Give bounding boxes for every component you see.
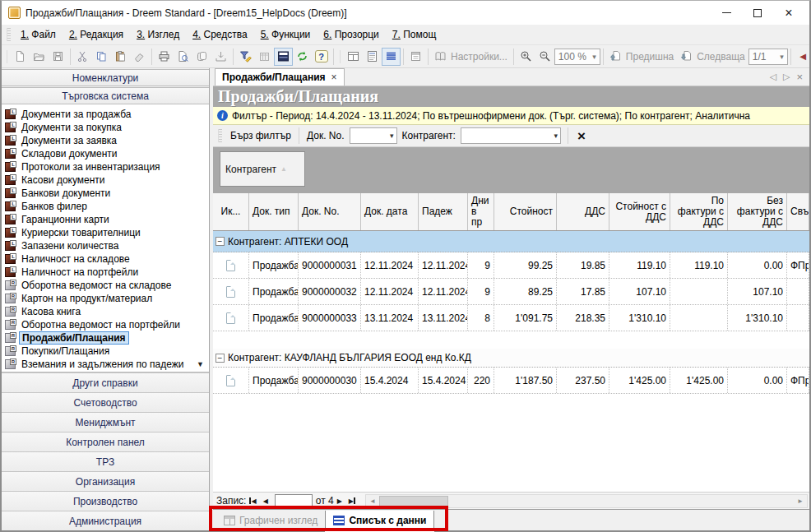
doc-no-combo[interactable]: ▾ <box>350 127 397 144</box>
help-button[interactable]: ? <box>312 48 331 66</box>
print-button[interactable] <box>155 48 174 66</box>
column-header-amount-vat[interactable]: Стойност с ДДС <box>609 193 670 230</box>
clear-filter-button[interactable]: × <box>577 129 586 143</box>
sidebar-section-payroll[interactable]: ТРЗ <box>2 451 209 471</box>
table-row[interactable]: Продажба 9000000031 12.11.2024 12.11.202… <box>213 252 809 279</box>
table-view-button[interactable] <box>382 48 401 66</box>
prev-page-button[interactable] <box>606 48 625 66</box>
eraser-button[interactable] <box>130 48 149 66</box>
tab-graphic-view[interactable]: Графичен изглед <box>216 511 325 530</box>
scrollbar-thumb[interactable] <box>379 496 448 507</box>
grid-view-button[interactable] <box>344 48 363 66</box>
prev-record-button[interactable]: ◀ <box>260 495 271 507</box>
print-preview-button[interactable] <box>174 48 192 66</box>
next-record-button[interactable]: ▶ <box>334 495 345 507</box>
contractor-combo[interactable]: ▾ <box>461 127 561 144</box>
open-button[interactable] <box>30 48 49 66</box>
tab-sales-payments[interactable]: Продажби/Плащания × <box>215 68 345 86</box>
toolbar-grip[interactable] <box>7 50 7 63</box>
sidebar-item-cash-documents[interactable]: Касови документи <box>3 173 209 187</box>
sidebar-item-receivables-payables[interactable]: Вземания и задължения по падежи <box>3 358 209 371</box>
tab-close-icon[interactable]: × <box>331 72 337 83</box>
sidebar-item-warehouse-documents[interactable]: Складови документи <box>3 147 209 160</box>
sidebar-section-production[interactable]: Производство <box>2 491 209 511</box>
filter-button[interactable] <box>236 48 255 66</box>
next-page-button[interactable] <box>677 48 696 66</box>
next-page-label[interactable]: Следваща <box>697 51 745 62</box>
prev-page-label[interactable]: Предишна <box>626 51 674 62</box>
menu-windows[interactable]: 6. Прозорци <box>317 26 386 43</box>
sidebar-item-sales-payments[interactable]: Продажби/Плащания <box>3 331 209 345</box>
back-button[interactable]: ◄ <box>794 48 809 66</box>
sidebar-item-purchase-documents[interactable]: Документи за покупка <box>3 121 209 134</box>
record-number-input[interactable] <box>275 494 313 507</box>
export-button[interactable] <box>211 48 230 66</box>
collapse-icon[interactable]: − <box>215 237 225 246</box>
group-row-kaufland[interactable]: − Контрагент: КАУФЛАНД БЪЛГАРИЯ ЕООД енд… <box>213 349 809 368</box>
collapse-icon[interactable]: − <box>215 354 225 363</box>
sidebar-item-warehouse-availability[interactable]: Наличност на складове <box>3 252 209 266</box>
group-row-apteki[interactable]: − Контрагент: АПТЕКИ ООД <box>213 231 809 252</box>
column-header-by-invoices[interactable]: По фактури с ДДС <box>670 193 728 230</box>
settings-button[interactable] <box>431 48 450 66</box>
tab-close-all-icon[interactable]: × <box>796 71 803 83</box>
batch-button[interactable] <box>255 48 274 66</box>
scroll-down-icon[interactable]: ▼ <box>197 360 204 368</box>
column-header-without-invoices[interactable]: Без фактури с ДДС <box>728 193 787 230</box>
sidebar-section-nomenclatures[interactable]: Номенклатури <box>2 69 209 86</box>
sidebar-item-purchases-payments[interactable]: Покупки/Плащания <box>3 345 209 358</box>
sidebar-section-organization[interactable]: Организация <box>2 471 209 491</box>
sidebar-section-administration[interactable]: Администрация <box>2 511 209 530</box>
menu-file[interactable]: 1. Файл <box>14 26 63 43</box>
column-header-icon[interactable]: Ик... <box>213 193 249 230</box>
menu-functions[interactable]: 5. Функции <box>254 26 317 43</box>
zoom-out-button[interactable] <box>535 48 554 66</box>
menu-tools[interactable]: 4. Средства <box>186 26 254 43</box>
close-button[interactable]: × <box>773 2 804 23</box>
column-header-doc-date[interactable]: Док. дата <box>361 193 419 230</box>
sidebar-section-trade-system[interactable]: Търговска система <box>2 87 209 104</box>
sidebar-item-sales-documents[interactable]: Документи за продажба <box>3 108 209 121</box>
sidebar-item-product-card[interactable]: Картон на продукт/материал <box>3 292 209 305</box>
toolbar-grip[interactable] <box>340 50 341 63</box>
sidebar-item-bank-filer[interactable]: Банков филер <box>3 200 209 213</box>
column-header-linked[interactable]: Свърз <box>787 193 809 230</box>
new-document-button[interactable] <box>11 48 30 66</box>
minimize-button[interactable] <box>711 2 742 23</box>
copy-button[interactable] <box>92 48 111 66</box>
sidebar-item-bank-documents[interactable]: Банкови документи <box>3 187 209 200</box>
column-header-doc-type[interactable]: Док. тип <box>249 193 299 230</box>
page-select[interactable]: 1/1▾ <box>748 49 788 65</box>
table-row[interactable]: Продажба 9000000030 15.4.2024 15.4.2024 … <box>213 368 809 394</box>
toolbar-grip[interactable] <box>7 28 11 41</box>
group-by-contractor[interactable]: Контрагент ▲ <box>220 151 305 187</box>
sidebar-item-warehouse-turnover[interactable]: Оборотна ведомост на складове <box>3 279 209 292</box>
maximize-button[interactable] <box>742 2 773 23</box>
horizontal-scrollbar[interactable]: ◄ ► <box>365 494 808 508</box>
paste-button[interactable] <box>111 48 130 66</box>
cut-button[interactable] <box>73 48 92 66</box>
table-row[interactable]: Продажба 9000000032 12.11.2024 12.11.202… <box>213 279 809 305</box>
sidebar-section-other-reports[interactable]: Други справки <box>2 372 209 392</box>
copy-pages-button[interactable] <box>192 48 211 66</box>
zoom-level-select[interactable]: 100 %▾ <box>554 49 600 65</box>
settings-label[interactable]: Настройки... <box>451 51 507 62</box>
save-button[interactable] <box>49 48 67 66</box>
column-header-days-overdue[interactable]: Дни в пр <box>468 193 494 230</box>
refresh-button[interactable] <box>293 48 312 66</box>
tab-scroll-right-icon[interactable]: ▷ <box>783 72 790 82</box>
sidebar-item-portfolio-turnover[interactable]: Оборотна ведомост на портфейли <box>3 318 209 331</box>
first-record-button[interactable]: ◀ <box>246 495 259 507</box>
form-view-button[interactable] <box>363 48 382 66</box>
tab-data-list-view[interactable]: Списък с данни <box>325 511 434 530</box>
column-header-vat[interactable]: ДДС <box>557 193 609 230</box>
sidebar-section-accounting[interactable]: Счетоводство <box>2 392 209 412</box>
menu-edit[interactable]: 2. Редакция <box>63 26 130 43</box>
sidebar-item-warranty-cards[interactable]: Гаранционни карти <box>3 213 209 226</box>
field-chooser-button[interactable] <box>406 48 425 66</box>
tab-scroll-left-icon[interactable]: ◁ <box>769 72 776 82</box>
sidebar-section-control-panel[interactable]: Контролен панел <box>2 432 209 451</box>
scroll-left-icon[interactable]: ◄ <box>366 497 379 505</box>
sidebar-item-portfolio-availability[interactable]: Наличност на портфейли <box>3 266 209 279</box>
scroll-right-icon[interactable]: ► <box>794 497 807 505</box>
